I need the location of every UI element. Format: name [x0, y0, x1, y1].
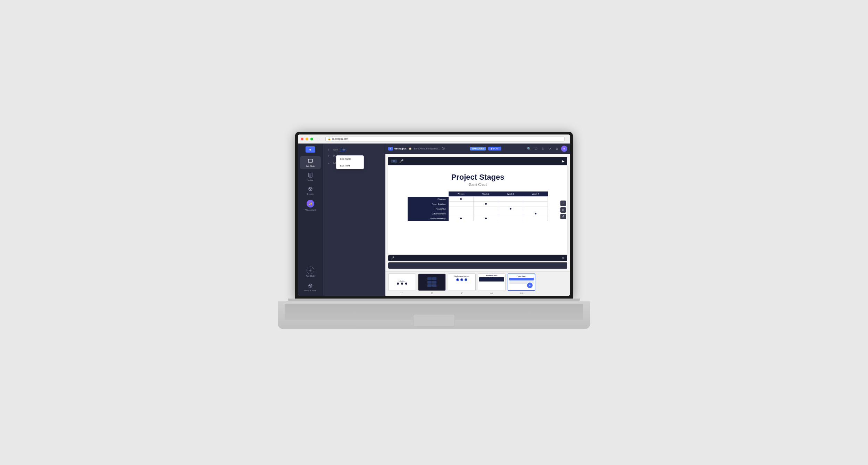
gantt-cell-2-0 — [449, 206, 473, 211]
thumbnail-img-10: Acceptance Criteria — [478, 274, 506, 291]
zoom-in-btn[interactable]: + — [560, 201, 566, 206]
slide-main-title: Project Stages — [451, 173, 504, 182]
laptop-hinge — [288, 299, 580, 301]
thumbnail-img-8 — [418, 274, 446, 291]
toolbar-logo-icon: d — [388, 147, 393, 150]
browser-maximize[interactable] — [310, 138, 313, 140]
thumb10-num: 10 — [490, 292, 493, 294]
gantt-cell-2-3 — [523, 206, 548, 211]
zoom-fit-btn[interactable]: ⊙ — [560, 207, 566, 213]
gantt-cell-1-3 — [523, 202, 548, 206]
thumb10-title: Acceptance Criteria — [479, 275, 504, 276]
sidebar-label-edit-slide: Edit Slide — [306, 165, 315, 167]
browser-minimize[interactable] — [306, 138, 308, 140]
thumb8-num: 8 — [431, 292, 433, 294]
edit-item-3-num: 3 — [328, 161, 331, 164]
search-toolbar-btn[interactable]: 🔍 — [526, 146, 532, 152]
edit-item-1-type[interactable]: Title — [340, 148, 345, 151]
sidebar-item-design[interactable]: Design — [300, 184, 321, 197]
download-toolbar-btn[interactable]: ⬇ — [540, 146, 546, 152]
gantt-row-2: Reach Out — [408, 206, 548, 211]
thumbnail-9[interactable]: The Proposal Services 9 — [448, 274, 476, 294]
zoom-controls: + ⊙ ↺ — [560, 201, 566, 219]
thumbnail-11[interactable]: Project Stages E 1 — [508, 274, 535, 294]
toolbar-logo: d decktopus — [388, 147, 407, 150]
url-bar[interactable]: 🔒 decktopus.com — [325, 137, 565, 141]
gantt-label-0: Planning — [408, 197, 449, 202]
gantt-row-4: Weekly Meetings — [408, 216, 548, 221]
sidebar-logo[interactable]: d — [306, 146, 315, 153]
gantt-cell-3-2 — [498, 211, 523, 216]
svg-point-8 — [310, 188, 311, 189]
thumb11-num: 11 — [520, 292, 523, 294]
gantt-cell-3-3 — [523, 211, 548, 216]
edit-panel-item-1[interactable]: 1 Edit Title — [326, 146, 382, 153]
sidebar-label-design: Design — [307, 193, 314, 195]
nav-forward[interactable]: › — [319, 138, 320, 140]
slide-canvas[interactable]: Project Stages Gantt Chart Week 1 Week 2 — [388, 166, 567, 254]
thumbnail-img-11: Project Stages E — [508, 274, 535, 291]
slide-subtitle: Gantt Chart — [469, 183, 487, 187]
url-icon: 🔒 — [328, 138, 331, 140]
gantt-label-2: Reach Out — [408, 206, 449, 211]
browser-close[interactable] — [301, 138, 303, 140]
main-toolbar: d decktopus 🏠 Elif's Accounting Servi...… — [385, 144, 570, 154]
gantt-cell-0-0 — [449, 197, 473, 202]
settings-toolbar-btn[interactable]: ⚙ — [554, 146, 560, 152]
thumbnail-10[interactable]: Acceptance Criteria 10 — [478, 274, 506, 294]
notes-bar[interactable] — [388, 262, 567, 269]
gantt-label-1: Asset Creation — [408, 202, 449, 206]
refer-earn-section[interactable]: Refer & Earn — [304, 283, 316, 292]
zoom-reset-btn[interactable]: ↺ — [560, 214, 566, 219]
slide-number-badge: 11 — [391, 160, 397, 163]
gantt-cell-4-3 — [523, 216, 548, 221]
edit-item-1-action: Edit — [333, 148, 338, 151]
thumb9-title: The Proposal Services — [450, 275, 474, 277]
thumb7-title: Industries — [399, 280, 405, 282]
gantt-cell-3-0 — [449, 211, 473, 216]
sidebar-item-add-slide[interactable]: + Add Slide — [300, 264, 321, 279]
info-icon[interactable]: ⓘ — [442, 147, 445, 150]
slide-mic-icon[interactable]: 🎤 — [399, 159, 403, 163]
gantt-cell-2-2 — [498, 206, 523, 211]
export-toolbar-btn[interactable]: ↗ — [547, 146, 553, 152]
gantt-col-label — [408, 191, 449, 197]
play-button[interactable]: ▶ PLAY — [488, 147, 501, 150]
edit-item-2-num: 2 — [328, 155, 331, 158]
sidebar-item-notes[interactable]: Notes — [300, 170, 321, 183]
thumbnail-img-9: The Proposal Services — [448, 274, 476, 291]
bottom-mic-btn[interactable]: 🎤 — [391, 256, 394, 260]
nav-back[interactable]: ‹ — [317, 138, 317, 140]
app-name: decktopus — [394, 147, 407, 150]
thumbnail-7[interactable]: Industries 7 — [388, 274, 416, 294]
gantt-cell-0-3 — [523, 197, 548, 202]
edit-slide-icon — [307, 158, 314, 164]
laptop-trackpad — [413, 314, 455, 326]
gantt-col-week4: Week 4 — [523, 191, 548, 197]
gantt-col-week3: Week 3 — [498, 191, 523, 197]
bottom-delete-btn[interactable]: 🗑 — [562, 256, 565, 260]
collab-avatar: E — [526, 282, 533, 289]
share-toolbar-btn[interactable]: ⬡ — [533, 146, 539, 152]
svg-point-9 — [310, 189, 311, 190]
browser-bar: ‹ › 🔒 decktopus.com — [298, 134, 570, 144]
sidebar-item-edit-slide[interactable]: Edit Slide — [300, 156, 321, 169]
user-avatar[interactable]: E — [561, 146, 567, 152]
context-menu-edit-table[interactable]: Edit Table — [336, 156, 364, 162]
main-content: d decktopus 🏠 Elif's Accounting Servi...… — [385, 144, 570, 296]
gantt-cell-1-0 — [449, 202, 473, 206]
add-slide-icon: + — [307, 267, 314, 274]
thumbnail-8[interactable]: 8 — [418, 274, 446, 294]
laptop-base: // Will be populated below — [278, 299, 590, 333]
gantt-cell-1-2 — [498, 202, 523, 206]
refer-earn-icon — [307, 283, 314, 289]
context-menu-edit-text[interactable]: Edit Text — [336, 162, 364, 169]
sidebar-item-ai-assistant[interactable]: ✨ AI Assistant — [300, 198, 321, 213]
url-text: decktopus.com — [332, 138, 348, 140]
sidebar: d Edit Slide — [298, 144, 323, 296]
slides-badge: 11/4 SLIDES — [470, 147, 486, 150]
gantt-table[interactable]: Week 1 Week 2 Week 3 Week 4 PlanningAsse… — [408, 191, 548, 221]
gantt-cell-4-1 — [474, 216, 498, 221]
play-label: PLAY — [493, 148, 499, 150]
slide-play-btn[interactable]: ▶ — [562, 159, 565, 163]
